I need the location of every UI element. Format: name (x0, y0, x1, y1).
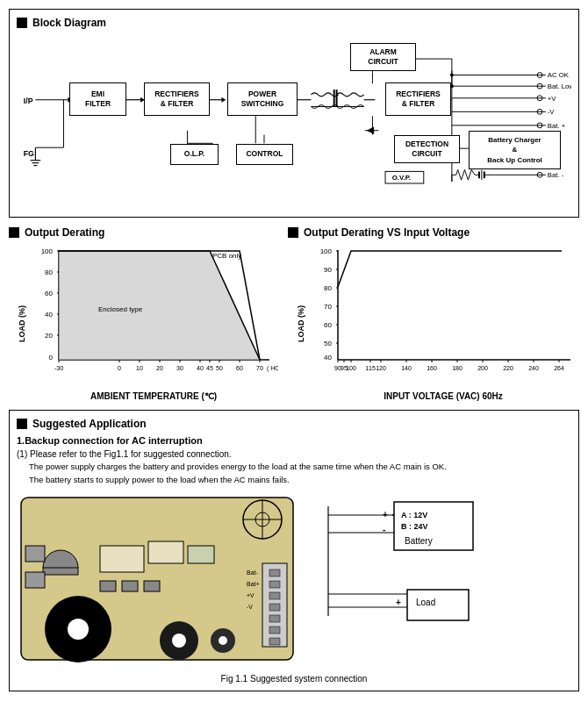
header-square-icon3 (288, 227, 298, 238)
svg-text:45: 45 (206, 365, 213, 371)
svg-rect-156 (122, 581, 138, 591)
svg-text:140: 140 (401, 365, 412, 371)
svg-text:40: 40 (45, 311, 53, 319)
svg-text:30: 30 (176, 365, 183, 371)
svg-marker-98 (59, 251, 260, 360)
detection-circuit-box: DETECTIONCIRCUIT (394, 135, 460, 163)
svg-text:70: 70 (324, 303, 332, 311)
output-derating-vs-header: Output Derating VS Input Voltage (288, 226, 579, 239)
emi-filter-box: EMIFILTER (69, 82, 126, 116)
battery-charger-box: Battery Charger&Back Up Control (469, 131, 561, 169)
svg-text:240: 240 (528, 365, 539, 371)
svg-text:-V: -V (548, 108, 556, 116)
svg-text:40: 40 (324, 354, 332, 362)
desc2-text: The battery starts to supply power to th… (29, 474, 571, 485)
power-switching-box: POWERSWITCHING (227, 82, 298, 116)
x-axis-label-right: INPUT VOLTAGE (VAC) 60Hz (307, 391, 579, 401)
svg-rect-171 (25, 572, 45, 588)
svg-point-25 (537, 83, 542, 89)
svg-rect-160 (269, 581, 280, 588)
output-derating-chart: 100 80 60 40 20 0 -30 0 10 (28, 246, 278, 386)
output-derating-header: Output Derating (9, 226, 279, 239)
svg-text:AC OK: AC OK (548, 71, 570, 79)
svg-text:220: 220 (503, 365, 513, 371)
svg-rect-165 (269, 638, 280, 645)
svg-text:80: 80 (324, 284, 332, 292)
svg-text:100: 100 (320, 247, 333, 255)
svg-text:20: 20 (156, 365, 163, 371)
block-diagram-canvas: I/P FG (17, 34, 571, 210)
svg-text:( HORIZONTAL): ( HORIZONTAL) (267, 365, 278, 372)
connection-diagram-svg: A : 12V B : 24V Battery + - Load + (324, 493, 499, 669)
block-diagram-section: Block Diagram I/P FG (9, 9, 579, 218)
svg-point-150 (219, 636, 227, 645)
svg-marker-58 (367, 127, 374, 134)
output-derating-vs-title: Output Derating VS Input Voltage (304, 226, 470, 239)
svg-text:180: 180 (452, 365, 463, 371)
derating-row: Output Derating LOAD (%) 100 80 60 40 20 (9, 226, 579, 401)
svg-text:50: 50 (216, 365, 223, 371)
svg-text:60: 60 (236, 365, 243, 371)
header-square-icon (17, 18, 27, 28)
app-diagram-row: Bat- Bat+ +V -V A : 12V B : 24V Battery … (17, 493, 571, 669)
svg-text:O.V.P.: O.V.P. (392, 174, 411, 182)
output-derating-vs-chart: 100 90 80 70 60 50 40 90 95 (307, 246, 579, 386)
svg-point-34 (537, 123, 542, 128)
svg-text:A : 12V: A : 12V (401, 511, 427, 519)
svg-text:+: + (396, 598, 401, 607)
rectifiers-filter-box2: RECTIFIERS& FILTER (385, 82, 451, 116)
control-box: CONTROL (236, 144, 293, 165)
svg-marker-13 (221, 97, 226, 103)
svg-rect-157 (144, 581, 160, 591)
svg-text:-V: -V (247, 604, 253, 610)
svg-rect-152 (100, 546, 144, 572)
header-square-icon2 (9, 227, 19, 238)
y-axis-label-left: LOAD (%) (18, 305, 26, 342)
suggested-application-section: Suggested Application 1.Backup connectio… (9, 410, 579, 691)
svg-text:-30: -30 (54, 365, 63, 371)
svg-text:+V: +V (548, 95, 557, 103)
svg-point-28 (537, 96, 542, 101)
svg-text:90: 90 (324, 266, 332, 274)
svg-text:80: 80 (45, 269, 53, 276)
svg-text:Bat-: Bat- (247, 569, 259, 576)
svg-text:115: 115 (365, 365, 376, 371)
fig-caption: Fig 1.1 Suggested system connection (17, 674, 571, 684)
svg-text:60: 60 (45, 290, 53, 297)
alarm-circuit-box: ALARMCIRCUIT (350, 43, 416, 71)
y-axis-label-right: LOAD (%) (297, 305, 305, 342)
svg-rect-170 (25, 546, 45, 562)
svg-text:FG: FG (24, 149, 34, 158)
svg-point-31 (537, 109, 542, 114)
svg-text:10: 10 (136, 365, 143, 371)
svg-text:Battery: Battery (405, 536, 433, 546)
rectifiers-filter-box1: RECTIFIERS& FILTER (144, 82, 210, 116)
svg-point-42 (537, 172, 542, 177)
desc1-text: The power supply charges the battery and… (29, 461, 571, 472)
olp-box: O.L.P. (170, 144, 219, 165)
x-axis-label-left: AMBIENT TEMPERATURE (℃) (28, 391, 279, 401)
svg-rect-159 (269, 569, 280, 577)
block-diagram-header: Block Diagram (17, 17, 571, 29)
svg-text:I/P: I/P (24, 97, 33, 105)
svg-point-22 (537, 73, 542, 78)
svg-text:20: 20 (45, 332, 53, 340)
svg-text:Load: Load (416, 598, 435, 607)
svg-rect-155 (100, 581, 116, 591)
psu-diagram-svg: Bat- Bat+ +V -V (17, 493, 306, 669)
svg-rect-57 (385, 171, 424, 183)
svg-point-148 (172, 634, 186, 648)
svg-text:70: 70 (256, 365, 263, 371)
svg-rect-154 (188, 546, 214, 563)
svg-rect-164 (269, 627, 280, 634)
svg-text:100: 100 (346, 365, 356, 371)
block-diagram-title: Block Diagram (32, 17, 106, 29)
svg-text:264: 264 (554, 365, 564, 371)
suggested-app-title: Suggested Application (32, 418, 147, 430)
svg-text:200: 200 (477, 365, 488, 371)
svg-text:Bat. Low: Bat. Low (548, 82, 571, 90)
svg-text:B : 24V: B : 24V (401, 522, 428, 531)
output-derating-section: Output Derating LOAD (%) 100 80 60 40 20 (9, 226, 279, 401)
svg-point-146 (68, 619, 89, 640)
svg-text:40: 40 (197, 365, 204, 371)
